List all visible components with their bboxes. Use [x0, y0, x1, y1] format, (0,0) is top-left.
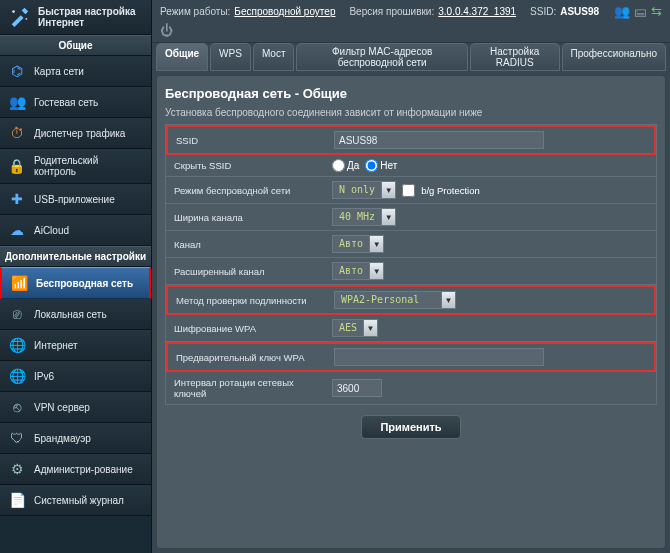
page-title: Беспроводная сеть - Общие: [165, 86, 657, 101]
wpa-encryption-label: Шифрование WPA: [166, 318, 326, 339]
fw-link[interactable]: 3.0.0.4.372_1391: [438, 6, 516, 17]
sidebar-item-aicloud[interactable]: ☁AiCloud: [0, 215, 151, 246]
sidebar-item-lan[interactable]: ⎚Локальная сеть: [0, 299, 151, 330]
quick-setup-button[interactable]: Быстрая настройка Интернет: [0, 0, 151, 35]
rekey-interval-label: Интервал ротации сетевых ключей: [166, 372, 326, 404]
chevron-down-icon: ▼: [442, 291, 456, 309]
tab-radius[interactable]: Настройка RADIUS: [470, 43, 560, 71]
hide-ssid-no[interactable]: Нет: [365, 159, 397, 172]
gear-icon: ⚙: [8, 460, 26, 478]
chevron-down-icon: ▼: [370, 235, 384, 253]
link-status-icon[interactable]: ⇆: [651, 4, 662, 19]
sidebar-item-firewall[interactable]: 🛡Брандмауэр: [0, 423, 151, 454]
sidebar-header-general: Общие: [0, 35, 151, 56]
tab-mac-filter[interactable]: Фильтр MAC-адресов беспроводной сети: [296, 43, 467, 71]
ext-channel-select[interactable]: Авто▼: [332, 262, 384, 280]
plugin-icon: ✚: [8, 190, 26, 208]
wireless-tabs: Общие WPS Мост Фильтр MAC-адресов беспро…: [152, 43, 670, 71]
ssid-field-label: SSID: [168, 130, 328, 151]
clients-icon[interactable]: 👥: [614, 4, 630, 19]
sidebar-item-parental-control[interactable]: 🔒Родительский контроль: [0, 149, 151, 184]
sidebar-header-advanced: Дополнительные настройки: [0, 246, 151, 267]
tab-general[interactable]: Общие: [156, 43, 208, 71]
svg-point-0: [12, 10, 15, 13]
sidebar-item-wireless[interactable]: 📶Беспроводная сеть: [0, 267, 151, 299]
rekey-interval-input[interactable]: [332, 379, 382, 397]
wpa-psk-input[interactable]: [334, 348, 544, 366]
ssid-label: SSID:: [530, 6, 556, 17]
tab-bridge[interactable]: Мост: [253, 43, 295, 71]
channel-width-label: Ширина канала: [166, 207, 326, 228]
vpn-icon: ⎋: [8, 398, 26, 416]
wpa-encryption-select[interactable]: AES▼: [332, 319, 378, 337]
auth-method-select[interactable]: WPA2-Personal▼: [334, 291, 456, 309]
mode-link[interactable]: Беспроводной роутер: [234, 6, 335, 17]
shield-icon: 🛡: [8, 429, 26, 447]
channel-select[interactable]: Авто▼: [332, 235, 384, 253]
page-desc: Установка беспроводного соединения завис…: [165, 107, 657, 118]
hide-ssid-label: Скрыть SSID: [166, 155, 326, 176]
channel-label: Канал: [166, 234, 326, 255]
ssid-value: ASUS98: [560, 6, 599, 17]
chevron-down-icon: ▼: [382, 181, 396, 199]
chevron-down-icon: ▼: [382, 208, 396, 226]
svg-point-1: [25, 18, 27, 20]
guest-icon: 👥: [8, 93, 26, 111]
bg-protection-label: b/g Protection: [421, 185, 480, 196]
fw-label: Версия прошивки:: [349, 6, 434, 17]
power-icon[interactable]: ⏻: [160, 23, 173, 38]
wifi-icon: 📶: [10, 274, 28, 292]
sidebar-item-usb-app[interactable]: ✚USB-приложение: [0, 184, 151, 215]
mode-label: Режим работы:: [160, 6, 230, 17]
wireless-mode-label: Режим беспроводной сети: [166, 180, 326, 201]
log-icon: 📄: [8, 491, 26, 509]
ssid-input[interactable]: [334, 131, 544, 149]
ipv6-icon: 🌐: [8, 367, 26, 385]
wireless-form: SSID Скрыть SSID Да Нет Режим беспроводн…: [165, 124, 657, 405]
sidebar-item-ipv6[interactable]: 🌐IPv6: [0, 361, 151, 392]
network-map-icon: ⌬: [8, 62, 26, 80]
auth-method-label: Метод проверки подлинности: [168, 290, 328, 311]
sidebar-item-vpn[interactable]: ⎋VPN сервер: [0, 392, 151, 423]
meter-icon: ⏱: [8, 124, 26, 142]
wand-icon: [8, 6, 30, 28]
cloud-icon: ☁: [8, 221, 26, 239]
sidebar-item-wan[interactable]: 🌐Интернет: [0, 330, 151, 361]
lock-icon: 🔒: [8, 157, 26, 175]
hide-ssid-yes[interactable]: Да: [332, 159, 359, 172]
quick-setup-label: Быстрая настройка Интернет: [38, 6, 143, 28]
lan-icon: ⎚: [8, 305, 26, 323]
tab-wps[interactable]: WPS: [210, 43, 251, 71]
tab-professional[interactable]: Профессионально: [562, 43, 666, 71]
sidebar-item-administration[interactable]: ⚙Администри-рование: [0, 454, 151, 485]
wireless-mode-select[interactable]: N only▼: [332, 181, 396, 199]
wpa-psk-label: Предварительный ключ WPA: [168, 347, 328, 368]
usb-status-icon[interactable]: 🖴: [634, 4, 647, 19]
topbar: Режим работы: Беспроводной роутер Версия…: [152, 0, 670, 43]
bg-protection-checkbox[interactable]: [402, 184, 415, 197]
chevron-down-icon: ▼: [370, 262, 384, 280]
sidebar-item-syslog[interactable]: 📄Системный журнал: [0, 485, 151, 516]
chevron-down-icon: ▼: [364, 319, 378, 337]
sidebar-item-network-map[interactable]: ⌬Карта сети: [0, 56, 151, 87]
apply-button[interactable]: Применить: [361, 415, 460, 439]
sidebar-item-guest-network[interactable]: 👥Гостевая сеть: [0, 87, 151, 118]
channel-width-select[interactable]: 40 MHz▼: [332, 208, 396, 226]
sidebar-item-traffic-manager[interactable]: ⏱Диспетчер трафика: [0, 118, 151, 149]
globe-icon: 🌐: [8, 336, 26, 354]
ext-channel-label: Расширенный канал: [166, 261, 326, 282]
